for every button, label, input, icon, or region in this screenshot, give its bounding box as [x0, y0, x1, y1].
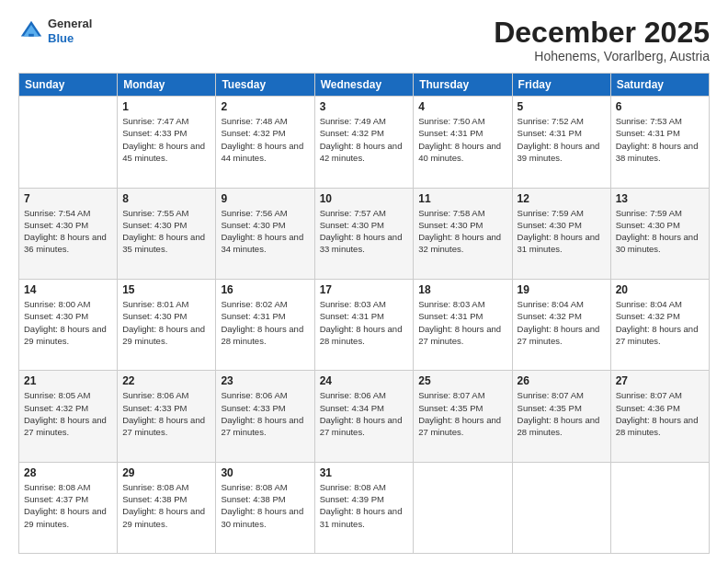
day-number: 25 [418, 374, 506, 387]
day-number: 23 [221, 374, 309, 387]
calendar-cell: 21Sunrise: 8:05 AM Sunset: 4:32 PM Dayli… [19, 371, 118, 462]
day-info: Sunrise: 8:08 AM Sunset: 4:37 PM Dayligh… [24, 481, 112, 530]
day-info: Sunrise: 8:04 AM Sunset: 4:32 PM Dayligh… [518, 298, 606, 347]
calendar-cell [512, 462, 610, 553]
day-number: 15 [122, 283, 210, 296]
day-number: 31 [320, 466, 409, 479]
day-info: Sunrise: 7:47 AM Sunset: 4:33 PM Dayligh… [122, 115, 210, 164]
day-info: Sunrise: 7:56 AM Sunset: 4:30 PM Dayligh… [221, 207, 309, 256]
day-info: Sunrise: 8:07 AM Sunset: 4:35 PM Dayligh… [518, 389, 606, 438]
day-info: Sunrise: 8:01 AM Sunset: 4:30 PM Dayligh… [122, 298, 210, 347]
title-block: December 2025 Hohenems, Vorarlberg, Aust… [494, 17, 710, 63]
day-info: Sunrise: 8:00 AM Sunset: 4:30 PM Dayligh… [24, 298, 112, 347]
month-title: December 2025 [494, 17, 710, 49]
calendar-cell: 23Sunrise: 8:06 AM Sunset: 4:33 PM Dayli… [216, 371, 314, 462]
calendar-cell: 11Sunrise: 7:58 AM Sunset: 4:30 PM Dayli… [414, 188, 512, 279]
calendar-cell: 26Sunrise: 8:07 AM Sunset: 4:35 PM Dayli… [512, 371, 610, 462]
calendar: SundayMondayTuesdayWednesdayThursdayFrid… [18, 73, 710, 554]
logo-general: General [48, 17, 92, 31]
calendar-cell: 30Sunrise: 8:08 AM Sunset: 4:38 PM Dayli… [216, 462, 314, 553]
calendar-cell: 6Sunrise: 7:53 AM Sunset: 4:31 PM Daylig… [610, 97, 709, 188]
calendar-week-row: 28Sunrise: 8:08 AM Sunset: 4:37 PM Dayli… [19, 462, 710, 553]
calendar-cell: 28Sunrise: 8:08 AM Sunset: 4:37 PM Dayli… [19, 462, 118, 553]
day-number: 17 [320, 283, 409, 296]
logo-blue: Blue [48, 31, 92, 46]
calendar-week-row: 1Sunrise: 7:47 AM Sunset: 4:33 PM Daylig… [19, 97, 710, 188]
day-info: Sunrise: 8:06 AM Sunset: 4:33 PM Dayligh… [122, 389, 210, 438]
weekday-header: Wednesday [314, 74, 414, 97]
day-number: 22 [122, 374, 210, 387]
day-info: Sunrise: 8:08 AM Sunset: 4:38 PM Dayligh… [122, 481, 210, 530]
day-info: Sunrise: 7:49 AM Sunset: 4:32 PM Dayligh… [320, 115, 409, 164]
day-number: 27 [616, 374, 704, 387]
day-info: Sunrise: 7:50 AM Sunset: 4:31 PM Dayligh… [418, 115, 506, 164]
weekday-header: Friday [512, 74, 610, 97]
logo-icon [18, 18, 44, 44]
day-info: Sunrise: 7:57 AM Sunset: 4:30 PM Dayligh… [320, 207, 409, 256]
calendar-cell: 4Sunrise: 7:50 AM Sunset: 4:31 PM Daylig… [414, 97, 512, 188]
day-number: 19 [518, 283, 606, 296]
calendar-cell: 29Sunrise: 8:08 AM Sunset: 4:38 PM Dayli… [118, 462, 216, 553]
day-number: 6 [616, 100, 704, 113]
day-info: Sunrise: 8:06 AM Sunset: 4:33 PM Dayligh… [221, 389, 309, 438]
day-info: Sunrise: 7:53 AM Sunset: 4:31 PM Dayligh… [616, 115, 704, 164]
day-number: 11 [418, 192, 506, 205]
calendar-week-row: 14Sunrise: 8:00 AM Sunset: 4:30 PM Dayli… [19, 279, 710, 370]
day-info: Sunrise: 7:48 AM Sunset: 4:32 PM Dayligh… [221, 115, 309, 164]
calendar-cell: 24Sunrise: 8:06 AM Sunset: 4:34 PM Dayli… [314, 371, 414, 462]
day-info: Sunrise: 8:07 AM Sunset: 4:36 PM Dayligh… [616, 389, 704, 438]
weekday-header: Sunday [19, 74, 118, 97]
calendar-cell: 17Sunrise: 8:03 AM Sunset: 4:31 PM Dayli… [314, 279, 414, 370]
calendar-cell: 12Sunrise: 7:59 AM Sunset: 4:30 PM Dayli… [512, 188, 610, 279]
weekday-header: Monday [118, 74, 216, 97]
day-info: Sunrise: 8:06 AM Sunset: 4:34 PM Dayligh… [320, 389, 409, 438]
calendar-cell: 20Sunrise: 8:04 AM Sunset: 4:32 PM Dayli… [610, 279, 709, 370]
weekday-header: Tuesday [216, 74, 314, 97]
weekday-header: Saturday [610, 74, 709, 97]
calendar-cell: 5Sunrise: 7:52 AM Sunset: 4:31 PM Daylig… [512, 97, 610, 188]
calendar-cell: 25Sunrise: 8:07 AM Sunset: 4:35 PM Dayli… [414, 371, 512, 462]
day-number: 24 [320, 374, 409, 387]
calendar-cell: 27Sunrise: 8:07 AM Sunset: 4:36 PM Dayli… [610, 371, 709, 462]
day-number: 20 [616, 283, 704, 296]
day-info: Sunrise: 8:02 AM Sunset: 4:31 PM Dayligh… [221, 298, 309, 347]
day-number: 16 [221, 283, 309, 296]
day-number: 5 [518, 100, 606, 113]
day-info: Sunrise: 8:05 AM Sunset: 4:32 PM Dayligh… [24, 389, 112, 438]
calendar-cell [19, 97, 118, 188]
calendar-cell: 10Sunrise: 7:57 AM Sunset: 4:30 PM Dayli… [314, 188, 414, 279]
day-number: 21 [24, 374, 112, 387]
calendar-week-row: 21Sunrise: 8:05 AM Sunset: 4:32 PM Dayli… [19, 371, 710, 462]
day-number: 26 [518, 374, 606, 387]
header: General Blue December 2025 Hohenems, Vor… [18, 17, 710, 63]
calendar-cell: 13Sunrise: 7:59 AM Sunset: 4:30 PM Dayli… [610, 188, 709, 279]
day-info: Sunrise: 7:54 AM Sunset: 4:30 PM Dayligh… [24, 207, 112, 256]
calendar-cell: 19Sunrise: 8:04 AM Sunset: 4:32 PM Dayli… [512, 279, 610, 370]
day-number: 10 [320, 192, 409, 205]
day-info: Sunrise: 8:07 AM Sunset: 4:35 PM Dayligh… [418, 389, 506, 438]
calendar-cell: 3Sunrise: 7:49 AM Sunset: 4:32 PM Daylig… [314, 97, 414, 188]
day-number: 7 [24, 192, 112, 205]
day-number: 28 [24, 466, 112, 479]
day-info: Sunrise: 8:03 AM Sunset: 4:31 PM Dayligh… [320, 298, 409, 347]
calendar-cell: 14Sunrise: 8:00 AM Sunset: 4:30 PM Dayli… [19, 279, 118, 370]
day-number: 13 [616, 192, 704, 205]
day-number: 30 [221, 466, 309, 479]
day-number: 1 [122, 100, 210, 113]
day-info: Sunrise: 8:08 AM Sunset: 4:39 PM Dayligh… [320, 481, 409, 530]
calendar-cell: 8Sunrise: 7:55 AM Sunset: 4:30 PM Daylig… [118, 188, 216, 279]
calendar-cell: 22Sunrise: 8:06 AM Sunset: 4:33 PM Dayli… [118, 371, 216, 462]
day-info: Sunrise: 7:59 AM Sunset: 4:30 PM Dayligh… [518, 207, 606, 256]
day-number: 3 [320, 100, 409, 113]
weekday-header-row: SundayMondayTuesdayWednesdayThursdayFrid… [19, 74, 710, 97]
day-info: Sunrise: 7:59 AM Sunset: 4:30 PM Dayligh… [616, 207, 704, 256]
day-number: 4 [418, 100, 506, 113]
calendar-week-row: 7Sunrise: 7:54 AM Sunset: 4:30 PM Daylig… [19, 188, 710, 279]
location: Hohenems, Vorarlberg, Austria [494, 49, 710, 63]
day-number: 29 [122, 466, 210, 479]
svg-rect-2 [28, 33, 34, 36]
day-number: 14 [24, 283, 112, 296]
day-info: Sunrise: 7:55 AM Sunset: 4:30 PM Dayligh… [122, 207, 210, 256]
logo-text: General Blue [48, 17, 92, 45]
calendar-cell: 31Sunrise: 8:08 AM Sunset: 4:39 PM Dayli… [314, 462, 414, 553]
